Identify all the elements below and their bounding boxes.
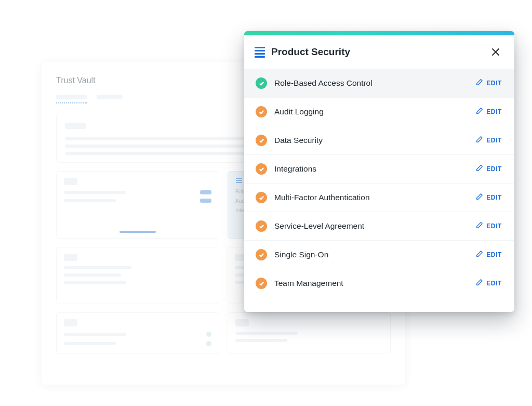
pencil-icon [476, 78, 483, 88]
check-pending-icon [256, 192, 267, 203]
edit-button[interactable]: EDIT [476, 164, 502, 174]
edit-label: EDIT [486, 80, 502, 87]
pencil-icon [476, 136, 483, 145]
edit-button[interactable]: EDIT [476, 250, 502, 259]
check-pending-icon [256, 278, 267, 289]
security-item[interactable]: Data SecurityEDIT [244, 126, 514, 154]
check-pending-icon [256, 163, 267, 175]
check-pending-icon [256, 220, 267, 232]
product-security-panel: Product Security Role-Based Access Contr… [244, 31, 514, 312]
security-item[interactable]: Service-Level AgreementEDIT [244, 212, 514, 240]
edit-button[interactable]: EDIT [476, 221, 502, 231]
check-pending-icon [256, 249, 267, 260]
edit-button[interactable]: EDIT [476, 78, 502, 88]
edit-label: EDIT [486, 222, 502, 230]
edit-button[interactable]: EDIT [476, 107, 502, 116]
menu-icon[interactable] [255, 47, 265, 58]
edit-label: EDIT [486, 194, 502, 201]
edit-label: EDIT [486, 251, 502, 258]
pencil-icon [476, 193, 483, 202]
edit-button[interactable]: EDIT [476, 136, 502, 145]
check-complete-icon [256, 77, 267, 89]
security-item-label: Team Management [274, 279, 343, 288]
edit-button[interactable]: EDIT [476, 193, 502, 202]
skeleton-card [56, 247, 219, 304]
security-item-label: Role-Based Access Control [274, 78, 373, 88]
edit-label: EDIT [486, 280, 502, 287]
security-item[interactable]: Team ManagementEDIT [244, 269, 514, 297]
security-item-label: Single Sign-On [274, 250, 328, 259]
skeleton-card [228, 312, 391, 354]
security-item[interactable]: Single Sign-OnEDIT [244, 240, 514, 269]
pencil-icon [476, 107, 483, 116]
list-icon [235, 177, 243, 184]
panel-title: Product Security [271, 46, 350, 58]
security-item[interactable]: Role-Based Access ControlEDIT [244, 69, 514, 97]
pencil-icon [476, 250, 483, 259]
security-item-label: Integrations [274, 164, 316, 174]
tab-underline [56, 102, 87, 103]
check-pending-icon [256, 106, 267, 117]
edit-button[interactable]: EDIT [476, 279, 502, 288]
security-item-label: Multi-Factor Authentication [274, 193, 370, 202]
status-dot-icon [206, 332, 211, 337]
security-item-label: Service-Level Agreement [274, 221, 364, 231]
status-dot-icon [206, 341, 211, 346]
security-item-list: Role-Based Access ControlEDITAudit Loggi… [244, 69, 514, 297]
edit-label: EDIT [486, 108, 502, 115]
security-item[interactable]: Multi-Factor AuthenticationEDIT [244, 183, 514, 212]
pencil-icon [476, 164, 483, 174]
security-item[interactable]: Audit LoggingEDIT [244, 97, 514, 126]
security-item-label: Data Security [274, 136, 323, 145]
pencil-icon [476, 221, 483, 231]
skeleton-card [56, 171, 219, 239]
edit-label: EDIT [486, 165, 502, 173]
close-button[interactable] [489, 46, 502, 58]
check-pending-icon [256, 135, 267, 146]
skeleton-card [56, 312, 219, 354]
security-item[interactable]: IntegrationsEDIT [244, 154, 514, 183]
security-item-label: Audit Logging [274, 107, 324, 116]
skeleton-link [119, 231, 156, 233]
pencil-icon [476, 279, 483, 288]
edit-label: EDIT [486, 137, 502, 144]
panel-accent-bar [244, 31, 514, 35]
